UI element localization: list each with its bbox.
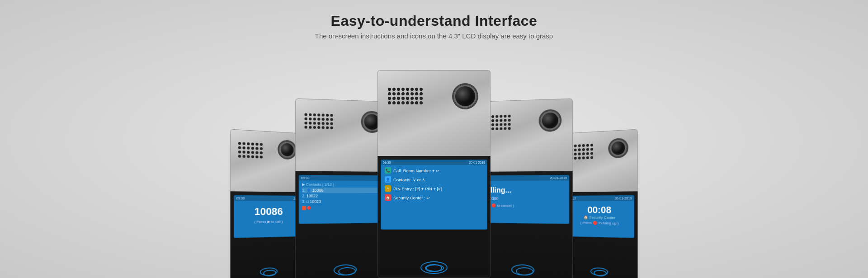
contact-item-2: 2. 10022	[302, 193, 387, 199]
contact-item-3: 3. □ 10023	[302, 198, 387, 204]
nfc-ring-4	[511, 264, 535, 276]
menu-item-security: 🏠 Security Center : ↩	[383, 193, 485, 202]
camera-1	[279, 141, 295, 158]
device-center: 09:30 20-01-2019 📞 Call: Room Number + ↩…	[377, 70, 491, 278]
screen-hint-4: Press 🔴 to cancel )	[481, 203, 566, 208]
speaker-grille-2	[305, 113, 333, 129]
nfc-ring-1	[260, 267, 278, 276]
speaker-grille-5	[570, 144, 593, 160]
screen-hint-1: ( Press ▶ to call )	[237, 219, 299, 224]
camera-4	[541, 111, 560, 130]
camera-3	[454, 85, 476, 108]
speaker-grille-1	[238, 142, 263, 159]
device-far-left: 09:30 20-0 10086 ( Press ▶ to call )	[230, 129, 305, 278]
screen-hint-5: ( Press 🔴 to hang up )	[569, 221, 631, 226]
screen-time-2: 09:30	[301, 176, 310, 179]
red-indicator-2	[302, 206, 306, 210]
call-timer: 00:08	[569, 205, 631, 216]
page-title: Easy-to-understand Interface	[315, 13, 553, 29]
contact-item-1: 1. 👤 10086	[302, 188, 387, 193]
lcd-screen-5: 11:07 20-01-2019 00:08 🏠 Security Center…	[566, 195, 634, 238]
black-panel-1: 09:30 20-0 10086 ( Press ▶ to call )	[230, 191, 305, 278]
camera-5	[610, 140, 626, 156]
screen-date-4: 20-01-2019	[550, 176, 567, 179]
nfc-ring-3	[420, 261, 448, 274]
menu-item-call: 📞 Call: Room Number + ↩	[383, 166, 485, 175]
room-number-4: 🏠 10086	[481, 196, 566, 201]
black-panel-3: 09:30 20-01-2019 📞 Call: Room Number + ↩…	[377, 156, 491, 278]
screen-date-3: 20-01-2019	[469, 161, 485, 164]
metal-panel-3	[377, 70, 491, 156]
screen-time-3: 09:30	[383, 161, 391, 164]
contacts-title: ▶ Contacts ( 2/12 )	[302, 182, 387, 187]
lcd-screen-3: 09:30 20-01-2019 📞 Call: Room Number + ↩…	[381, 160, 487, 230]
security-center-label: 🏠 Security Center	[569, 215, 631, 220]
nfc-ring-2	[334, 264, 357, 276]
menu-item-contacts: 👤 Contacts: ∨ or ∧	[383, 175, 485, 184]
screen-number-1: 10086	[237, 206, 299, 218]
lcd-screen-4: 09:30 20-01-2019 Calling... 🏠 10086 Pres…	[478, 175, 569, 224]
devices-showcase: 09:30 20-0 10086 ( Press ▶ to call )	[0, 48, 868, 278]
speaker-grille-3	[388, 88, 423, 104]
lcd-screen-2: 09:30 20- ▶ Contacts ( 2/12 ) 1. 👤 10086…	[299, 175, 390, 224]
screen-time-1: 09:30	[236, 197, 245, 200]
lcd-screen-1: 09:30 20-0 10086 ( Press ▶ to call )	[234, 195, 302, 238]
black-panel-5: 11:07 20-01-2019 00:08 🏠 Security Center…	[563, 191, 638, 278]
screen-date-5: 20-01-2019	[614, 197, 632, 200]
page-header: Easy-to-understand Interface The on-scre…	[315, 0, 553, 40]
nfc-ring-5	[590, 267, 608, 276]
page-subtitle: The on-screen instructions and icons on …	[315, 32, 553, 40]
menu-item-pin: 🔒 PIN Entry : [#] + PIN + [#]	[383, 184, 485, 193]
calling-text: Calling...	[481, 186, 566, 195]
metal-panel-1	[230, 129, 305, 192]
metal-panel-5	[563, 129, 638, 192]
device-far-right: 11:07 20-01-2019 00:08 🏠 Security Center…	[563, 129, 638, 278]
